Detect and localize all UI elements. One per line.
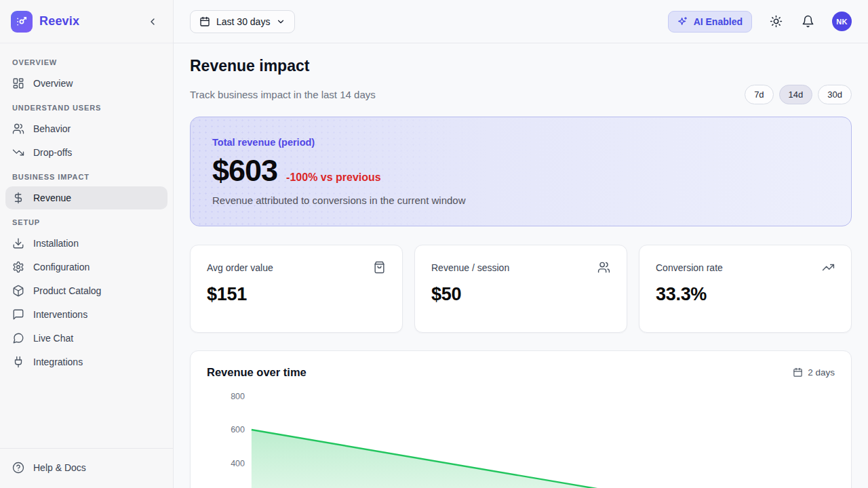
user-avatar[interactable]: NK	[832, 12, 852, 31]
calendar-icon	[793, 367, 803, 378]
range-pills: 7d 14d 30d	[745, 85, 852, 104]
total-revenue-value-row: $603 -100% vs previous	[212, 153, 829, 188]
sun-icon	[770, 15, 783, 28]
subhead-row: Track business impact in the last 14 day…	[190, 85, 852, 104]
sidebar-item-label: Configuration	[33, 262, 90, 272]
sidebar-item-live-chat[interactable]: Live Chat	[5, 327, 167, 350]
topbar-right: AI Enabled NK	[668, 11, 852, 33]
reevix-logo-icon	[11, 11, 33, 33]
users-icon	[597, 261, 610, 274]
total-revenue-card: Total revenue (period) $603 -100% vs pre…	[190, 117, 852, 226]
sidebar-item-label: Interventions	[33, 309, 87, 320]
total-revenue-delta: -100% vs previous	[286, 171, 381, 184]
main-area: Last 30 days AI Enabled	[174, 0, 868, 488]
chat-circle-icon	[12, 332, 24, 344]
sidebar-nav: OVERVIEW Overview UNDERSTAND USERS Behav…	[0, 43, 173, 448]
sidebar-item-installation[interactable]: Installation	[5, 232, 167, 255]
chevron-left-icon	[147, 16, 158, 27]
sidebar-header: Reevix	[0, 0, 173, 43]
range-pill-14d[interactable]: 14d	[779, 85, 813, 104]
metric-head: Conversion rate	[656, 261, 835, 274]
download-icon	[12, 237, 24, 249]
calendar-icon	[199, 16, 210, 27]
revenue-area-chart: 800 600 400	[207, 386, 835, 488]
sidebar-item-label: Installation	[33, 238, 79, 249]
gear-icon	[12, 261, 24, 273]
bell-icon	[802, 15, 814, 28]
plug-icon	[12, 356, 24, 368]
metric-card-avg-order-value: Avg order value $151	[190, 245, 403, 333]
package-icon	[12, 285, 24, 297]
sidebar-item-configuration[interactable]: Configuration	[5, 256, 167, 279]
range-pill-7d[interactable]: 7d	[745, 85, 773, 104]
chevron-down-icon	[276, 17, 285, 26]
metric-value: $151	[207, 284, 386, 305]
sparkles-icon	[677, 16, 688, 27]
sidebar-item-behavior[interactable]: Behavior	[5, 117, 167, 140]
app-root: Reevix OVERVIEW Overview UNDERSTAND USER…	[0, 0, 868, 488]
sidebar-item-label: Help & Docs	[33, 462, 86, 473]
ai-enabled-label: AI Enabled	[694, 16, 743, 27]
sidebar-item-interventions[interactable]: Interventions	[5, 303, 167, 326]
metric-label: Avg order value	[207, 262, 273, 273]
sidebar-item-label: Integrations	[33, 357, 83, 367]
sidebar-item-label: Live Chat	[33, 333, 73, 344]
sidebar-item-drop-offs[interactable]: Drop-offs	[5, 141, 167, 164]
shopping-bag-icon	[373, 261, 386, 274]
section-label-understand-users: UNDERSTAND USERS	[5, 96, 167, 117]
metric-head: Avg order value	[207, 261, 386, 274]
metric-value: $50	[431, 284, 610, 305]
chart-period-label: 2 days	[808, 367, 835, 378]
metric-value: 33.3%	[656, 284, 835, 305]
sidebar: Reevix OVERVIEW Overview UNDERSTAND USER…	[0, 0, 174, 488]
trending-down-icon	[12, 146, 24, 159]
total-revenue-description: Revenue attributed to conversions in the…	[212, 195, 829, 206]
chart-period: 2 days	[793, 367, 835, 378]
range-pill-30d[interactable]: 30d	[818, 85, 852, 104]
dollar-sign-icon	[12, 192, 24, 204]
date-range-label: Last 30 days	[216, 16, 270, 27]
sidebar-item-label: Behavior	[33, 123, 71, 134]
date-range-button[interactable]: Last 30 days	[190, 10, 295, 33]
sidebar-item-overview[interactable]: Overview	[5, 72, 167, 95]
section-label-business-impact: BUSINESS IMPACT	[5, 165, 167, 186]
metric-label: Conversion rate	[656, 262, 723, 273]
section-label-overview: OVERVIEW	[5, 50, 167, 71]
total-revenue-value: $603	[212, 153, 277, 188]
sidebar-item-label: Overview	[33, 78, 73, 89]
ai-enabled-badge[interactable]: AI Enabled	[668, 11, 752, 33]
message-square-icon	[12, 308, 24, 321]
metric-label: Revenue / session	[431, 262, 509, 273]
metric-head: Revenue / session	[431, 261, 610, 274]
page-content: Revenue impact Track business impact in …	[174, 43, 868, 488]
sidebar-item-integrations[interactable]: Integrations	[5, 350, 167, 373]
area-chart-svg	[207, 386, 835, 488]
sidebar-item-revenue[interactable]: Revenue	[5, 186, 167, 209]
users-icon	[12, 123, 24, 135]
total-revenue-label: Total revenue (period)	[212, 137, 829, 148]
chart-header: Revenue over time 2 days	[207, 366, 835, 379]
help-circle-icon	[12, 462, 24, 474]
brand-name: Reevix	[39, 14, 138, 28]
topbar: Last 30 days AI Enabled	[174, 0, 868, 43]
sidebar-item-label: Product Catalog	[33, 285, 101, 296]
page-title: Revenue impact	[190, 57, 852, 75]
sidebar-item-product-catalog[interactable]: Product Catalog	[5, 279, 167, 302]
sidebar-item-label: Revenue	[33, 192, 71, 203]
chart-title: Revenue over time	[207, 366, 307, 379]
theme-toggle-button[interactable]	[768, 14, 784, 29]
revenue-over-time-card: Revenue over time 2 days 800 600 400	[190, 350, 852, 488]
section-label-setup: SETUP	[5, 210, 167, 231]
dashboard-grid-icon	[12, 77, 24, 89]
metric-card-revenue-per-session: Revenue / session $50	[414, 245, 627, 333]
page-subtitle: Track business impact in the last 14 day…	[190, 89, 376, 100]
sidebar-collapse-button[interactable]	[144, 14, 161, 30]
metric-card-conversion-rate: Conversion rate 33.3%	[639, 245, 852, 333]
sidebar-item-help-docs[interactable]: Help & Docs	[5, 456, 167, 479]
metric-cards-row: Avg order value $151 Revenue / session	[190, 245, 852, 333]
trending-up-icon	[822, 261, 835, 274]
sidebar-item-label: Drop-offs	[33, 147, 72, 158]
notifications-button[interactable]	[800, 14, 816, 29]
sidebar-footer: Help & Docs	[0, 448, 173, 488]
